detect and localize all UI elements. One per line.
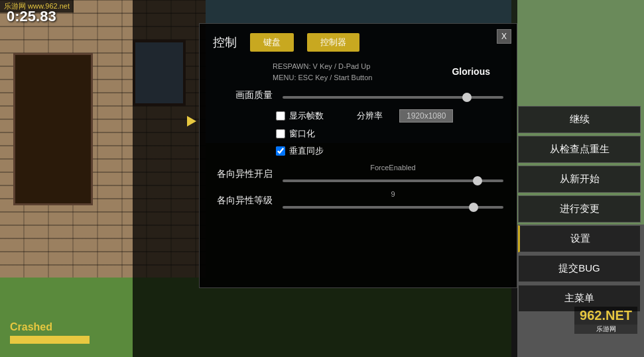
quality-section: 画面质量 xyxy=(200,84,517,107)
cursor-arrow xyxy=(187,116,196,127)
show-fps-label: 显示帧数 xyxy=(289,110,324,122)
dialog-header: 控制 键盘 控制器 xyxy=(200,24,517,58)
resolution-label: 分辨率 xyxy=(357,110,383,122)
windowed-row: 窗口化 xyxy=(200,125,517,142)
checkboxes-row: 显示帧数 分辨率 1920x1080 xyxy=(200,107,517,125)
resolution-value[interactable]: 1920x1080 xyxy=(399,109,453,123)
apply-button[interactable]: 进行变更 xyxy=(518,195,641,223)
quality-label: 画面质量 xyxy=(213,89,273,101)
dialog-title: 控制 xyxy=(213,34,237,50)
quality-slider[interactable] xyxy=(283,96,503,99)
vsync-option[interactable]: 垂直同步 xyxy=(276,145,324,157)
bottom-watermark: 962.NET 乐游网 xyxy=(574,307,637,334)
door xyxy=(13,53,93,205)
vsync-label: 垂直同步 xyxy=(289,145,324,157)
windowed-label: 窗口化 xyxy=(289,128,315,140)
aniso-level-label: 各向异性等级 xyxy=(213,195,273,207)
respawn-button[interactable]: 从检查点重生 xyxy=(518,136,641,163)
crashed-bar xyxy=(10,336,90,344)
tab-keyboard[interactable]: 键盘 xyxy=(250,33,294,52)
aniso-level-slider-container: 9 xyxy=(283,190,503,211)
settings-button[interactable]: 设置 xyxy=(518,225,641,252)
settings-dialog: X 控制 键盘 控制器 RESPAWN: V Key / D-Pad Up ME… xyxy=(199,23,517,288)
game-timer: 0:25.83 xyxy=(7,8,56,25)
aniso-enable-slider[interactable] xyxy=(283,179,503,182)
show-fps-option[interactable]: 显示帧数 xyxy=(276,110,324,122)
restart-button[interactable]: 从新开始 xyxy=(518,166,641,193)
vsync-checkbox[interactable] xyxy=(276,146,285,156)
brand-label: Glorious xyxy=(452,66,490,77)
watermark-main: 962.NET xyxy=(574,307,637,325)
aniso-level-section: 各向异性等级 9 xyxy=(200,186,517,213)
aniso-enable-label: 各向异性开启 xyxy=(213,168,273,180)
tab-controller[interactable]: 控制器 xyxy=(307,33,359,52)
watermark-sub: 乐游网 xyxy=(574,325,637,334)
windowed-option[interactable]: 窗口化 xyxy=(276,128,315,140)
right-sidebar: 继续 从检查点重生 从新开始 进行变更 设置 提交BUG 主菜单 xyxy=(518,106,644,312)
crashed-label: Crashed xyxy=(10,321,90,333)
bug-button[interactable]: 提交BUG xyxy=(518,255,641,282)
aniso-enable-section: 各向异性开启 ForceEnabled xyxy=(200,160,517,186)
vsync-row: 垂直同步 xyxy=(200,142,517,160)
aniso-level-slider[interactable] xyxy=(283,206,503,209)
show-fps-checkbox[interactable] xyxy=(276,111,285,121)
aniso-level-value-label: 9 xyxy=(283,190,503,198)
quality-slider-container xyxy=(283,89,503,101)
force-enabled-label: ForceEnabled xyxy=(283,164,503,172)
windowed-checkbox[interactable] xyxy=(276,129,285,138)
crashed-status: Crashed xyxy=(10,321,90,344)
close-button[interactable]: X xyxy=(497,29,511,44)
aniso-enable-slider-container: ForceEnabled xyxy=(283,164,503,185)
continue-button[interactable]: 继续 xyxy=(518,106,641,133)
